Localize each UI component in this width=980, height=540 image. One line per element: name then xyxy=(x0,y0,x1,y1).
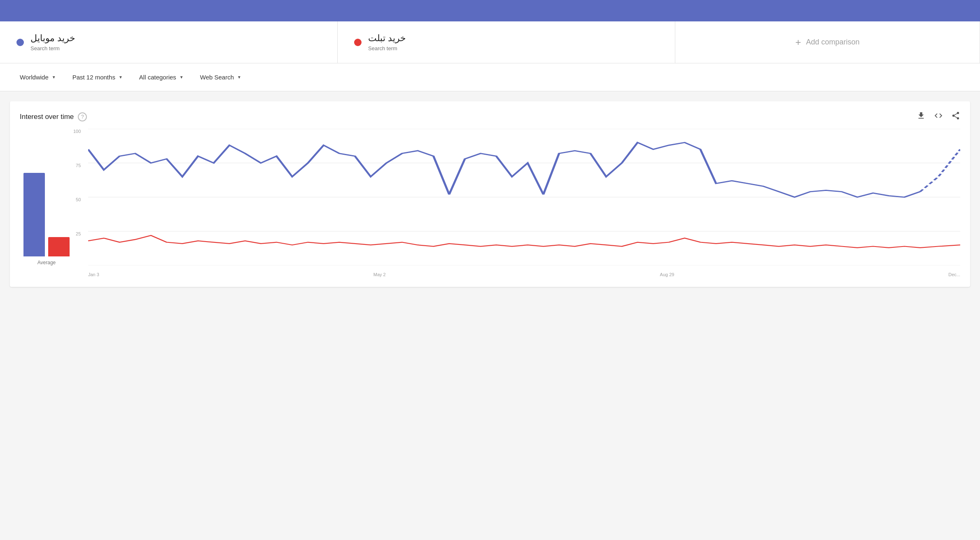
card-title-row: Interest over time ? xyxy=(20,112,87,121)
search-term-1[interactable]: خرید موبایل Search term xyxy=(0,21,338,63)
term2-name: خرید تبلت xyxy=(368,33,406,44)
term2-type: Search term xyxy=(368,45,406,51)
add-comparison-button[interactable]: + Add comparison xyxy=(675,21,980,63)
geo-chevron-icon: ▼ xyxy=(52,75,56,79)
term1-text: خرید موبایل Search term xyxy=(30,33,75,51)
search-terms-row: خرید موبایل Search term خرید تبلت Search… xyxy=(0,21,980,63)
line-chart-container: 100 75 50 25 xyxy=(73,129,960,277)
y-label-25: 25 xyxy=(76,231,81,236)
top-bar xyxy=(0,0,980,21)
time-filter-label: Past 12 months xyxy=(72,74,115,81)
x-label-aug: Aug 29 xyxy=(660,272,674,277)
time-filter[interactable]: Past 12 months ▼ xyxy=(66,70,129,84)
category-filter[interactable]: All categories ▼ xyxy=(133,70,190,84)
term2-text: خرید تبلت Search term xyxy=(368,33,406,51)
x-label-may: May 2 xyxy=(373,272,386,277)
add-comparison-label: Add comparison xyxy=(806,38,859,47)
download-icon[interactable] xyxy=(917,111,926,122)
time-chevron-icon: ▼ xyxy=(119,75,123,79)
term1-name: خرید موبایل xyxy=(30,33,75,44)
bar-blue xyxy=(23,173,45,256)
plus-icon: + xyxy=(795,37,801,48)
x-axis-labels: Jan 3 May 2 Aug 29 Dec... xyxy=(88,272,960,277)
card-actions xyxy=(917,111,960,122)
interest-over-time-card: Interest over time ? xyxy=(10,101,970,287)
search-type-filter[interactable]: Web Search ▼ xyxy=(194,70,248,84)
line-chart-svg xyxy=(88,129,960,265)
category-filter-label: All categories xyxy=(139,74,176,81)
term1-type: Search term xyxy=(30,45,75,51)
search-term-2[interactable]: خرید تبلت Search term xyxy=(338,21,675,63)
x-label-dec: Dec... xyxy=(948,272,960,277)
y-label-100: 100 xyxy=(73,129,81,134)
x-label-jan: Jan 3 xyxy=(88,272,99,277)
y-label-50: 50 xyxy=(76,197,81,202)
chart-area: Average 100 75 50 25 xyxy=(20,129,960,277)
y-label-75: 75 xyxy=(76,163,81,168)
average-bars: Average xyxy=(20,129,73,277)
geo-filter-label: Worldwide xyxy=(20,74,49,81)
bars-group xyxy=(23,149,70,256)
embed-icon[interactable] xyxy=(934,111,943,122)
help-icon[interactable]: ? xyxy=(78,112,87,121)
y-axis: 100 75 50 25 xyxy=(73,129,82,265)
bar-red xyxy=(48,237,70,256)
category-chevron-icon: ▼ xyxy=(180,75,184,79)
share-icon[interactable] xyxy=(951,111,960,122)
card-title: Interest over time xyxy=(20,113,74,121)
main-content: Interest over time ? xyxy=(0,91,980,297)
term1-dot xyxy=(16,39,24,46)
term2-dot xyxy=(354,39,362,46)
search-type-chevron-icon: ▼ xyxy=(237,75,241,79)
geo-filter[interactable]: Worldwide ▼ xyxy=(13,70,63,84)
search-type-filter-label: Web Search xyxy=(200,74,234,81)
average-label: Average xyxy=(37,260,56,265)
card-header: Interest over time ? xyxy=(20,111,960,122)
chart-svg-wrapper xyxy=(88,129,960,265)
filters-bar: Worldwide ▼ Past 12 months ▼ All categor… xyxy=(0,63,980,91)
